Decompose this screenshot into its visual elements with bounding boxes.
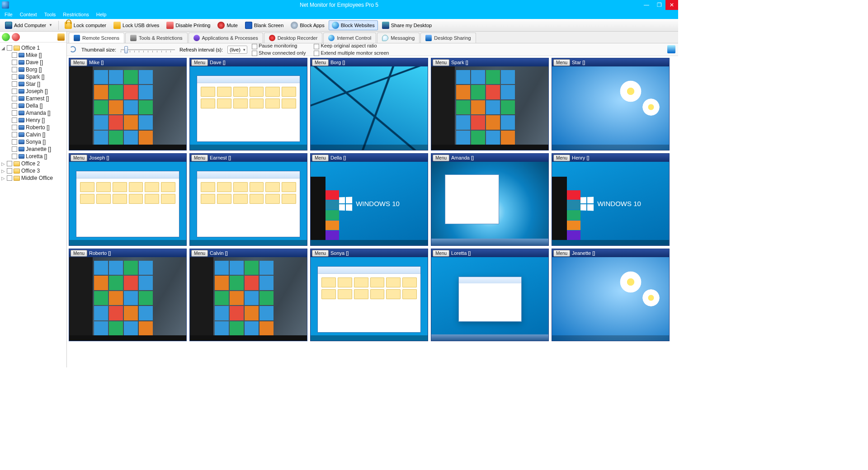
checkbox[interactable] [12,132,17,137]
lock-usb-button[interactable]: Lock USB drives [110,20,162,30]
thumbnail-preview[interactable] [552,66,669,150]
thumbnail-card[interactable]: MenuDave [] [189,58,307,150]
action-icon[interactable] [57,33,65,41]
expander-icon[interactable]: ▷ [1,169,5,174]
thumbnail-menu-button[interactable]: Menu [312,59,329,66]
checkbox[interactable] [12,67,17,72]
tab-apps-processes[interactable]: Applications & Processes [189,33,263,43]
thumbnail-card[interactable]: MenuDella []WINDOWS 10 [310,153,428,246]
checkbox[interactable] [12,125,17,130]
mute-button[interactable]: Mute [214,20,241,30]
computer-tree[interactable]: ◢ Office 1 Mike []Dave []Borg []Spark []… [0,42,66,183]
lock-computer-button[interactable]: Lock computer [61,20,109,30]
checkbox[interactable] [12,154,17,159]
reject-icon[interactable] [12,33,20,41]
checkbox[interactable] [12,52,17,58]
thumbnail-preview[interactable] [431,162,548,245]
thumbnail-menu-button[interactable]: Menu [433,250,449,257]
tree-folder-office1[interactable]: ◢ Office 1 [1,44,66,52]
thumbnail-preview[interactable] [69,66,186,150]
accept-icon[interactable] [2,33,10,41]
tab-desktop-recorder[interactable]: Desktop Recorder [264,33,323,43]
thumbnail-menu-button[interactable]: Menu [433,155,449,161]
tree-computer[interactable]: Calvin [] [12,131,66,138]
menu-help[interactable]: Help [93,11,110,18]
thumbnail-card[interactable]: MenuSpark [] [431,58,549,150]
fullscreen-icon[interactable] [667,45,675,53]
thumbnail-card[interactable]: MenuBorg [] [310,58,428,150]
tree-computer[interactable]: Borg [] [12,66,66,73]
thumbnail-preview[interactable] [552,257,669,341]
refresh-icon[interactable] [70,46,77,53]
tree-computer[interactable]: Roberto [] [12,124,66,131]
blank-screen-button[interactable]: Blank Screen [242,20,287,30]
disable-printing-button[interactable]: Disable Printing [163,20,213,30]
menu-restrictions[interactable]: Restrictions [59,11,92,18]
thumbnail-menu-button[interactable]: Menu [553,155,570,161]
checkbox[interactable] [7,175,12,181]
minimize-button[interactable]: — [640,0,653,10]
thumbnail-preview[interactable]: WINDOWS 10 [552,162,669,245]
thumbnail-preview[interactable] [311,66,428,150]
tab-tools-restrictions[interactable]: Tools & Restrictions [125,33,188,43]
expander-icon[interactable]: ▷ [1,176,5,181]
block-websites-button[interactable]: Block Websites [329,20,378,30]
expander-icon[interactable]: ◢ [1,46,5,51]
add-computer-button[interactable]: Add Computer ▼ [2,20,56,30]
tree-computer[interactable]: Amanda [] [12,109,66,117]
thumbnail-card[interactable]: MenuRoberto [] [69,249,187,341]
refresh-interval-select[interactable]: (live) [227,46,247,54]
checkbox[interactable] [12,146,17,152]
thumbnail-menu-button[interactable]: Menu [191,155,208,161]
tree-folder-office2[interactable]: ▷ Office 2 [1,160,66,167]
menu-tools[interactable]: Tools [41,11,60,18]
thumbnail-card[interactable]: MenuHenry []WINDOWS 10 [552,153,670,246]
tree-computer[interactable]: Dave [] [12,59,66,66]
thumbnail-card[interactable]: MenuMike [] [69,58,187,150]
thumbnail-preview[interactable] [69,162,186,245]
tab-remote-screens[interactable]: Remote Screens [69,33,124,43]
thumbnail-card[interactable]: MenuSonya [] [310,249,428,341]
thumbnail-card[interactable]: MenuAmanda [] [431,153,549,246]
tree-computer[interactable]: Mike [] [12,52,66,59]
expander-icon[interactable]: ▷ [1,161,5,166]
checkbox[interactable] [12,81,17,87]
thumbnail-menu-button[interactable]: Menu [191,59,208,66]
thumbnail-card[interactable]: MenuEarnest [] [189,153,307,246]
checkbox[interactable] [12,74,17,80]
thumbnail-menu-button[interactable]: Menu [71,250,87,257]
tree-computer[interactable]: Spark [] [12,73,66,80]
thumbnail-preview[interactable] [311,257,428,341]
checkbox[interactable] [12,96,17,101]
thumbnail-card[interactable]: MenuStar [] [552,58,670,150]
tree-computer[interactable]: Star [] [12,80,66,88]
thumbnail-preview[interactable] [431,66,548,150]
thumbnail-preview[interactable] [190,66,307,150]
checkbox[interactable] [12,60,17,65]
thumbnail-card[interactable]: MenuJoseph [] [69,153,187,246]
thumbnail-menu-button[interactable]: Menu [433,59,449,66]
thumbnail-preview[interactable]: WINDOWS 10 [311,162,428,245]
checkbox[interactable] [7,161,12,166]
tree-computer[interactable]: Loretta [] [12,153,66,160]
thumbnail-menu-button[interactable]: Menu [71,155,87,161]
tree-folder-middle[interactable]: ▷ Middle Office [1,174,66,182]
checkbox[interactable] [12,89,17,94]
thumbnail-menu-button[interactable]: Menu [312,250,329,257]
tab-desktop-sharing[interactable]: Desktop Sharing [420,33,476,43]
tree-computer[interactable]: Henry [] [12,117,66,124]
checkbox[interactable] [12,118,17,123]
thumbnail-preview[interactable] [69,257,186,341]
thumbnail-card[interactable]: MenuJeanette [] [552,249,670,341]
menu-context[interactable]: Context [16,11,41,18]
thumbnail-card[interactable]: MenuLoretta [] [431,249,549,341]
checkbox[interactable] [7,168,12,174]
menu-file[interactable]: File [1,11,16,18]
thumbnail-card[interactable]: MenuCalvin [] [189,249,307,341]
slider-thumb[interactable] [124,46,128,53]
share-desktop-button[interactable]: Share my Desktop [379,20,435,30]
thumbnail-preview[interactable] [431,257,548,341]
checkbox[interactable] [7,45,12,51]
tree-folder-office3[interactable]: ▷ Office 3 [1,167,66,174]
thumbnail-size-slider[interactable] [121,48,175,52]
